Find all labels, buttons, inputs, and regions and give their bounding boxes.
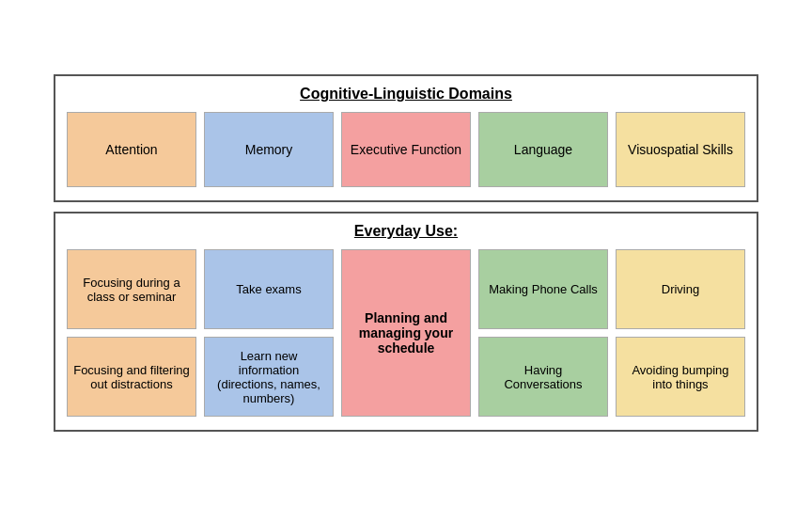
top-title: Cognitive-Linguistic Domains <box>67 86 745 103</box>
cell-having-conversations: Having Conversations <box>478 337 608 417</box>
domain-executive: Executive Function <box>341 112 471 187</box>
bottom-section: Everyday Use: Focusing during a class or… <box>54 212 758 432</box>
cell-planning-schedule: Planning and managing your schedule <box>341 249 471 417</box>
cell-driving: Driving <box>616 249 745 329</box>
domains-grid: Attention Memory Executive Function Lang… <box>67 112 745 187</box>
cell-focusing-class: Focusing during a class or seminar <box>67 249 196 329</box>
main-container: Cognitive-Linguistic Domains Attention M… <box>54 74 758 432</box>
domain-visuospatial: Visuospatial Skills <box>616 112 745 187</box>
cell-avoiding-bumping: Avoiding bumping into things <box>616 337 745 417</box>
domain-memory: Memory <box>204 112 334 187</box>
cell-take-exams: Take exams <box>204 249 334 329</box>
everyday-title: Everyday Use: <box>67 223 745 240</box>
cell-making-calls: Making Phone Calls <box>478 249 608 329</box>
top-section: Cognitive-Linguistic Domains Attention M… <box>54 74 758 202</box>
domain-language: Language <box>478 112 608 187</box>
cell-learn-new-info: Learn new information (directions, names… <box>204 337 334 417</box>
domain-attention: Attention <box>67 112 196 187</box>
everyday-grid: Focusing during a class or seminar Take … <box>67 249 745 417</box>
cell-focusing-distractions: Focusing and filtering out distractions <box>67 337 196 417</box>
